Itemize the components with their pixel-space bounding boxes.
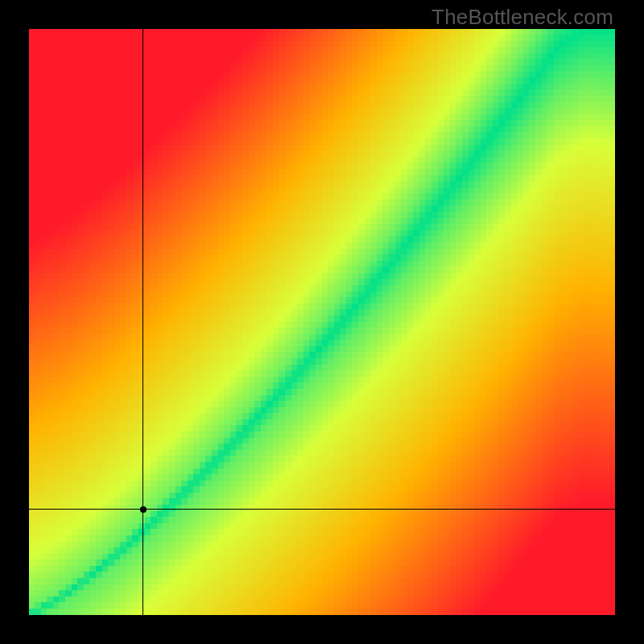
- crosshair-horizontal: [29, 509, 615, 510]
- crosshair-vertical: [142, 29, 143, 615]
- bottleneck-heatmap: [29, 29, 615, 615]
- outer-frame: TheBottleneck.com: [0, 0, 644, 644]
- watermark-text: TheBottleneck.com: [431, 5, 613, 30]
